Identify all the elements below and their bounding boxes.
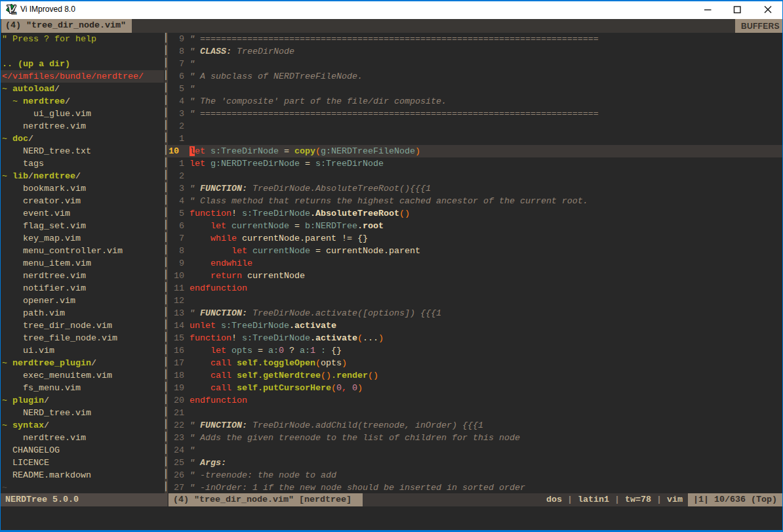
svg-text:im: im xyxy=(11,10,16,15)
